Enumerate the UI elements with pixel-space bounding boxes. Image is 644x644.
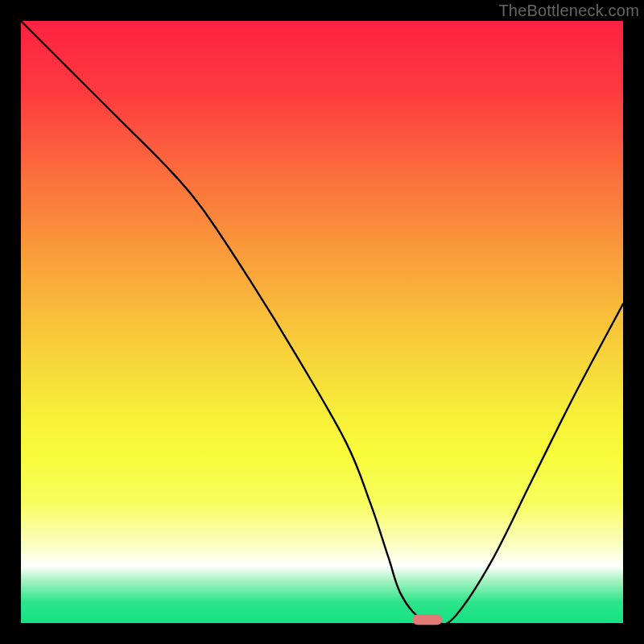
watermark-text: TheBottleneck.com <box>498 2 639 20</box>
chart-frame: TheBottleneck.com <box>0 0 644 644</box>
optimum-marker <box>412 614 442 625</box>
bottleneck-chart <box>21 21 623 623</box>
plot-area <box>21 21 623 623</box>
